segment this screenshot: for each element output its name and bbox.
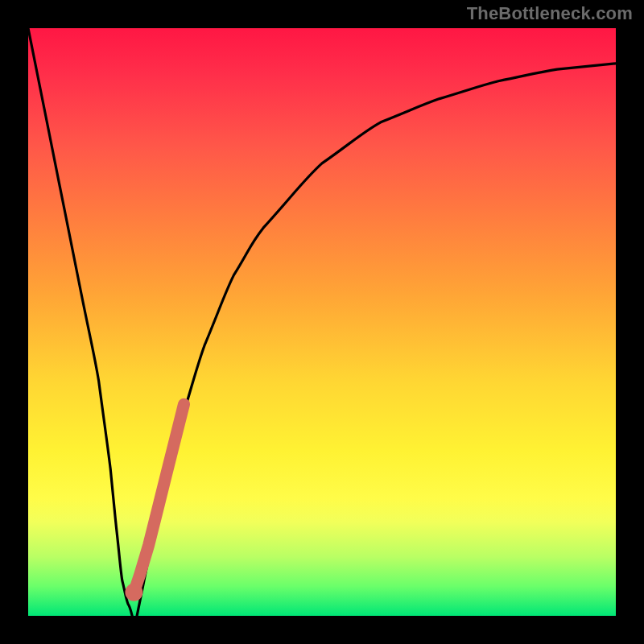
chart-frame: TheBottleneck.com (0, 0, 644, 644)
watermark-label: TheBottleneck.com (467, 3, 633, 24)
highlight-start-dot (125, 584, 142, 601)
bottleneck-curve-path (28, 28, 616, 616)
plot-area (28, 28, 616, 616)
chart-svg (28, 28, 616, 616)
highlight-segment-path (134, 404, 184, 592)
